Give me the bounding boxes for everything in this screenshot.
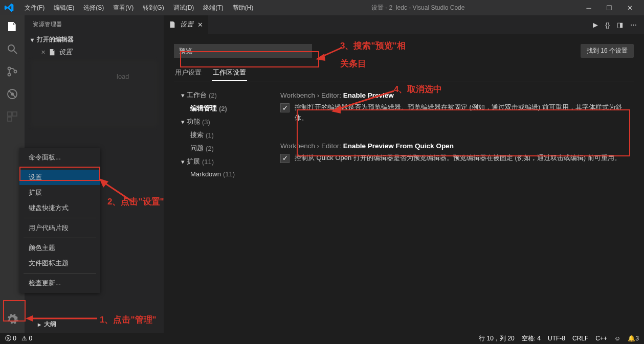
open-editors-section[interactable]: ▾打开的编辑器 (25, 33, 164, 46)
tab-user-settings[interactable]: 用户设置 (174, 65, 203, 81)
cm-extensions[interactable]: 扩展 (19, 185, 100, 200)
cm-check-updates[interactable]: 检查更新... (19, 276, 100, 291)
status-spaces[interactable]: 空格: 4 (522, 334, 541, 343)
manage-context-menu: 命令面板... 设置 扩展 键盘快捷方式 用户代码片段 颜色主题 文件图标主题 … (19, 148, 100, 293)
settings-toc: ▾工作台 (2) 编辑管理 (2) ▾功能 (3) 搜索 (1) 问题 (2) … (174, 88, 266, 180)
svg-point-2 (8, 67, 11, 70)
toc-extensions[interactable]: ▾扩展 (11) (174, 155, 266, 168)
extensions-icon[interactable] (5, 109, 19, 124)
results-count: 找到 16 个设置 (581, 44, 634, 58)
cm-color-theme[interactable]: 颜色主题 (19, 240, 100, 256)
sidebar-header: 资源管理器 (25, 15, 164, 33)
setting-name: Enable Preview From Quick Open (343, 142, 454, 150)
menu-file[interactable]: 文件(F) (20, 2, 49, 14)
toc-features[interactable]: ▾功能 (3) (174, 115, 266, 128)
file-icon (169, 21, 176, 28)
window-title: 设置 - 2_ledc - Visual Studio Code (257, 4, 579, 12)
maximize-button[interactable]: ☐ (599, 0, 619, 15)
more-icon[interactable]: ⋯ (630, 21, 637, 29)
status-feedback-icon[interactable]: ☺ (614, 335, 620, 342)
search-icon[interactable] (5, 42, 19, 56)
setting-name: Enable Preview (343, 91, 394, 99)
checkbox-enable-preview-quickopen[interactable] (280, 154, 290, 163)
menu-edit[interactable]: 编辑(E) (50, 2, 78, 14)
cm-keyboard-shortcuts[interactable]: 键盘快捷方式 (19, 200, 100, 216)
open-editor-item[interactable]: ✕ 设置 (25, 46, 164, 58)
tab-bar: 设置 ✕ ▶ {} ◨ ⋯ (164, 15, 644, 34)
window-controls: ─ ☐ ✕ (579, 0, 640, 15)
tab-label: 设置 (180, 20, 193, 29)
menu-debug[interactable]: 调试(D) (169, 2, 198, 14)
open-editor-label: 设置 (59, 48, 72, 57)
split-icon[interactable]: ◨ (617, 21, 623, 29)
file-icon (49, 49, 56, 56)
outline-section[interactable]: ▸大纲 (30, 317, 64, 332)
toc-markdown[interactable]: Markdown (11) (174, 168, 266, 180)
open-editors-label: 打开的编辑器 (37, 35, 74, 44)
menu-goto[interactable]: 转到(G) (139, 2, 168, 14)
tab-close-icon[interactable]: ✕ (197, 21, 203, 29)
setting-desc: 控制从 Quick Open 打开的编辑器是否为预览编辑器。预览编辑器在被固定 … (295, 153, 621, 164)
settings-search-input[interactable] (174, 44, 312, 58)
outline-label: 大纲 (44, 320, 56, 329)
settings-scope-tabs: 用户设置 工作区设置 (174, 65, 634, 81)
menu-bar: 文件(F) 编辑(E) 选择(S) 查看(V) 转到(G) 调试(D) 终端(T… (20, 2, 257, 14)
settings-list: Workbench › Editor: Enable Preview 控制打开的… (276, 88, 634, 180)
explorer-icon[interactable] (5, 19, 19, 34)
status-errors[interactable]: ⓧ 0 (5, 334, 16, 343)
debug-icon[interactable] (5, 87, 19, 101)
svg-line-1 (14, 51, 17, 54)
setting-breadcrumb: Workbench › Editor: (280, 91, 343, 99)
setting-enable-preview: Workbench › Editor: Enable Preview 控制打开的… (276, 88, 634, 127)
status-language[interactable]: C++ (595, 335, 607, 342)
status-bell-icon[interactable]: 🔔3 (628, 335, 639, 342)
run-icon[interactable]: ▶ (593, 21, 598, 29)
editor-actions: ▶ {} ◨ ⋯ (593, 21, 644, 29)
cm-user-snippets[interactable]: 用户代码片段 (19, 220, 100, 236)
cm-file-icon-theme[interactable]: 文件图标主题 (19, 256, 100, 271)
menu-terminal[interactable]: 终端(T) (199, 2, 227, 14)
svg-rect-9 (13, 112, 17, 116)
settings-body: 找到 16 个设置 用户设置 工作区设置 ▾工作台 (2) 编辑管理 (2) ▾… (164, 34, 644, 333)
svg-rect-8 (8, 112, 12, 116)
checkbox-enable-preview[interactable] (280, 103, 290, 112)
setting-breadcrumb: Workbench › Editor: (280, 142, 343, 150)
minimize-button[interactable]: ─ (579, 0, 599, 15)
tab-workspace-settings[interactable]: 工作区设置 (212, 65, 247, 81)
close-button[interactable]: ✕ (619, 0, 640, 15)
svg-point-4 (14, 71, 17, 73)
toc-editor-mgmt[interactable]: 编辑管理 (2) (174, 102, 266, 115)
cm-command-palette[interactable]: 命令面板... (19, 150, 100, 165)
status-eol[interactable]: CRLF (572, 335, 588, 342)
source-control-icon[interactable] (5, 64, 19, 79)
menu-view[interactable]: 查看(V) (109, 2, 138, 14)
status-encoding[interactable]: UTF-8 (548, 335, 565, 342)
status-ln-col[interactable]: 行 10，列 20 (479, 334, 514, 343)
tab-settings[interactable]: 设置 ✕ (164, 15, 208, 34)
status-bar: ⓧ 0 ⚠ 0 行 10，列 20 空格: 4 UTF-8 CRLF C++ ☺… (0, 333, 644, 344)
setting-desc: 控制打开的编辑器是否为预览编辑器。预览编辑器在被固定 (例如，通过双击或编辑) … (295, 102, 630, 124)
toc-problems[interactable]: 问题 (2) (174, 142, 266, 155)
title-bar: 文件(F) 编辑(E) 选择(S) 查看(V) 转到(G) 调试(D) 终端(T… (0, 0, 644, 15)
braces-icon[interactable]: {} (605, 21, 610, 29)
toc-search[interactable]: 搜索 (1) (174, 128, 266, 142)
blurred-tree (31, 60, 158, 127)
svg-point-7 (11, 93, 14, 96)
menu-help[interactable]: 帮助(H) (229, 2, 258, 14)
svg-point-3 (8, 74, 11, 76)
gear-icon[interactable] (5, 312, 19, 327)
setting-enable-preview-quickopen: Workbench › Editor: Enable Preview From … (276, 139, 634, 167)
svg-point-0 (8, 45, 14, 51)
svg-rect-10 (8, 117, 12, 121)
toc-workbench[interactable]: ▾工作台 (2) (174, 88, 266, 102)
editor-area: 设置 ✕ ▶ {} ◨ ⋯ 找到 16 个设置 用户设置 工作区设置 ▾工作台 (164, 15, 644, 333)
cm-settings[interactable]: 设置 (19, 170, 100, 185)
vscode-logo-icon (4, 3, 14, 13)
status-warnings[interactable]: ⚠ 0 (21, 335, 32, 342)
menu-select[interactable]: 选择(S) (79, 2, 108, 14)
close-icon[interactable]: ✕ (41, 49, 46, 56)
